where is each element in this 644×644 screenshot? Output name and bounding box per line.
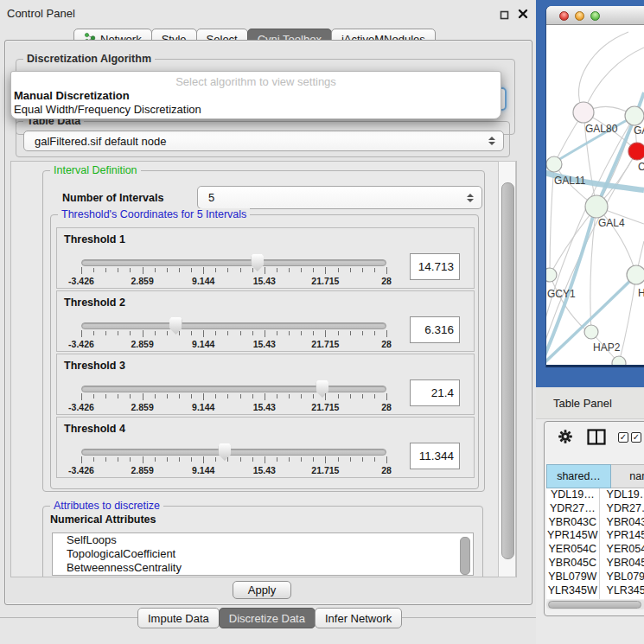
threshold-3-slider[interactable]: -3.4262.8599.14415.4321.71528 <box>81 354 386 416</box>
table-row[interactable]: YBL079WYBL079W <box>546 571 644 584</box>
split-columns-icon[interactable] <box>587 429 606 448</box>
threshold-2-box: Threshold 2 -3.4262.8599.14415.4321.7152… <box>56 290 475 352</box>
float-window-icon[interactable] <box>500 10 509 19</box>
checkbox-icon[interactable]: ✓ <box>618 432 628 443</box>
node-h[interactable] <box>627 265 644 284</box>
slider-ticks <box>81 393 386 401</box>
network-window-titlebar[interactable] <box>546 6 644 25</box>
list-scrollbar[interactable] <box>460 537 470 575</box>
column-header-name[interactable]: name <box>611 464 644 488</box>
table-data-select[interactable]: galFiltered.sif default node <box>23 131 504 151</box>
network-canvas: GAL80 GA C GAL11 GAL4 GCY1 H HAP2 <box>546 25 644 365</box>
node-gal11[interactable] <box>546 156 562 172</box>
column-header-shared-name[interactable]: shared… <box>546 464 611 488</box>
numerical-attributes-heading: Numerical Attributes <box>50 513 156 526</box>
cell-shared[interactable]: YIL052C <box>546 597 599 599</box>
node-gcy1[interactable] <box>546 268 557 282</box>
number-of-intervals-select[interactable]: 5 <box>197 186 482 209</box>
cell-shared[interactable]: YBR045C <box>546 557 599 571</box>
cell-shared[interactable]: YLR345W <box>546 584 599 598</box>
dropdown-option-equal-width[interactable]: Equal Width/Frequency Discretization <box>14 103 501 116</box>
cell-name[interactable]: YLR345W <box>599 584 644 598</box>
table-row[interactable]: YIL052CYIL052C <box>546 597 644 599</box>
node-selected-red[interactable] <box>628 143 644 160</box>
selected-value: galFiltered.sif default node <box>35 135 166 148</box>
node-gal80[interactable] <box>573 102 594 123</box>
apply-button[interactable]: Apply <box>233 581 291 599</box>
cell-name[interactable]: YIL052C <box>599 597 644 599</box>
cell-shared[interactable]: YDL19… <box>546 488 599 502</box>
cell-shared[interactable]: YBR043C <box>546 516 599 530</box>
slider-track[interactable] <box>81 449 386 456</box>
cell-shared[interactable]: YBL079W <box>546 571 599 584</box>
checkbox-icon[interactable]: ✓ <box>631 432 641 443</box>
settings-scroll-area: Interval Definition Number of Intervals … <box>10 161 517 577</box>
slider-track[interactable] <box>81 322 386 329</box>
threshold-3-value-field[interactable]: 21.4 <box>410 379 460 406</box>
minimize-traffic-light[interactable] <box>575 11 584 21</box>
dropdown-option-manual[interactable]: Manual Discretization <box>14 89 501 102</box>
close-icon[interactable] <box>518 9 528 19</box>
tab-label: Impute Data <box>148 612 209 625</box>
threshold-4-slider[interactable]: -3.4262.8599.14415.4321.71528 <box>81 418 386 479</box>
scrollbar-thumb[interactable] <box>548 601 641 609</box>
group-title: Discretization Algorithm <box>23 53 155 65</box>
node-hap2[interactable] <box>584 325 598 339</box>
cell-shared[interactable]: YPR145W <box>546 529 599 543</box>
spinner-arrows-icon[interactable] <box>467 194 474 202</box>
threshold-2-slider[interactable]: -3.4262.8599.14415.4321.71528 <box>81 291 386 353</box>
cell-name[interactable]: YBL079W <box>599 571 644 584</box>
threshold-1-value-field[interactable]: 14.713 <box>410 253 460 280</box>
screen: Control Panel Network Style Select Cyni … <box>0 0 644 644</box>
threshold-4-value-field[interactable]: 11.344 <box>410 443 460 469</box>
cell-shared[interactable]: YDR27… <box>546 502 599 516</box>
node-ga[interactable] <box>625 106 644 125</box>
node-gal4[interactable] <box>585 195 608 218</box>
number-of-intervals-label: Number of Intervals <box>62 192 163 204</box>
table-row[interactable]: YER054CYER054C <box>546 543 644 557</box>
threshold-1-slider[interactable]: -3.4262.8599.14415.4321.71528 <box>81 228 386 290</box>
cell-shared[interactable]: YER054C <box>546 543 599 557</box>
node-label: GCY1 <box>547 288 576 300</box>
table-horizontal-scrollbar[interactable] <box>546 600 644 609</box>
spinner-arrows-icon[interactable] <box>488 137 495 145</box>
cell-name[interactable]: YBR045C <box>599 557 644 571</box>
slider-track[interactable] <box>81 386 386 392</box>
slider-scale-labels: -3.4262.8599.14415.4321.71528 <box>81 402 386 412</box>
zoom-traffic-light[interactable] <box>590 11 600 21</box>
gear-icon[interactable] <box>558 430 572 446</box>
node-bottom[interactable] <box>612 356 626 365</box>
list-item[interactable]: SelfLoops <box>53 533 473 547</box>
node-label: GAL80 <box>585 123 618 135</box>
table-body: YDL19…YDL19… YDR27…YDR27… YBR043CYBR043C… <box>546 488 644 599</box>
list-item[interactable]: TopologicalCoefficient <box>53 547 473 561</box>
tab-label: Discretize Data <box>229 612 305 625</box>
cell-name[interactable]: YDR27… <box>599 502 644 516</box>
table-row[interactable]: YBR045CYBR045C <box>546 557 644 571</box>
slider-track[interactable] <box>81 259 386 266</box>
cell-name[interactable]: YPR145W <box>599 529 644 543</box>
network-graph: GAL80 GA C GAL11 GAL4 GCY1 H HAP2 <box>546 25 644 365</box>
cell-name[interactable]: YER054C <box>599 543 644 557</box>
threshold-coordinates-group: Threshold's Coordinates for 5 Intervals … <box>50 214 479 489</box>
table-row[interactable]: YLR345WYLR345W <box>546 584 644 598</box>
tab-impute-data[interactable]: Impute Data <box>137 608 220 628</box>
slider-scale-labels: -3.4262.8599.14415.4321.71528 <box>81 465 386 475</box>
list-item[interactable]: BetweennessCentrality <box>53 561 473 575</box>
scrollbar-thumb[interactable] <box>501 182 514 559</box>
tab-infer-network[interactable]: Infer Network <box>315 608 402 628</box>
threshold-2-value-field[interactable]: 6.316 <box>410 316 460 343</box>
tab-discretize-data[interactable]: Discretize Data <box>219 608 316 628</box>
cell-name[interactable]: YBR043C <box>599 516 644 530</box>
dropdown-placeholder: Select algorithm to view settings <box>11 75 501 88</box>
attributes-list[interactable]: SelfLoops TopologicalCoefficient Between… <box>52 532 474 576</box>
settings-scrollbar[interactable] <box>498 161 516 577</box>
table-row[interactable]: YDL19…YDL19… <box>546 488 644 502</box>
close-traffic-light[interactable] <box>559 11 569 21</box>
slider-scale-labels: -3.4262.8599.14415.4321.71528 <box>81 276 386 286</box>
cell-name[interactable]: YDL19… <box>599 488 644 502</box>
table-row[interactable]: YPR145WYPR145W <box>546 529 644 543</box>
table-row[interactable]: YDR27…YDR27… <box>546 502 644 516</box>
tab-label: Infer Network <box>325 612 392 625</box>
table-row[interactable]: YBR043CYBR043C <box>546 516 644 530</box>
